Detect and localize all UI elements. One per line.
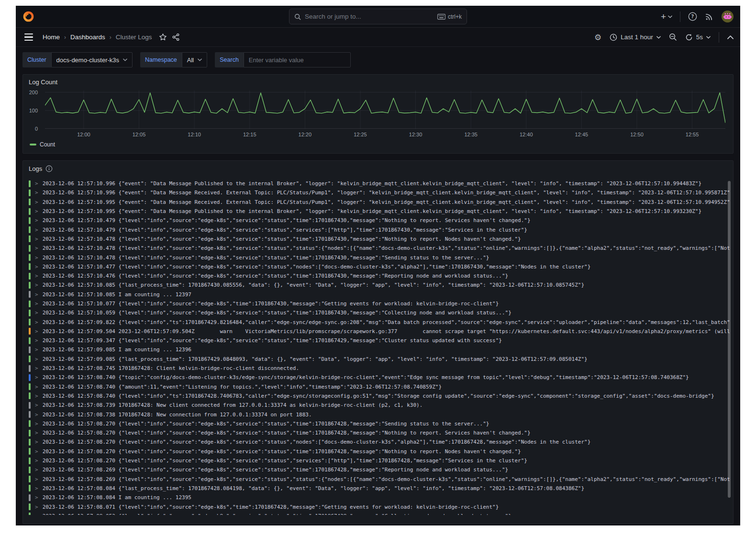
log-row[interactable]: > 2023-12-06 12:57:10.085 I am counting … [29,290,730,299]
info-icon[interactable] [45,165,53,172]
expand-chevron-icon[interactable]: > [35,374,38,380]
log-row[interactable]: > 2023-12-06 12:57:08.269 {"level":"info… [29,475,730,484]
expand-chevron-icon[interactable]: > [35,337,38,344]
log-row[interactable]: > 2023-12-06 12:57:10.996 {"event": "Dat… [29,179,730,188]
log-row[interactable]: > 2023-12-06 12:57:09.085 I am counting … [29,345,730,354]
log-row[interactable]: > 2023-12-06 12:57:08.270 {"level":"info… [29,456,730,465]
log-row[interactable]: > 2023-12-06 12:57:08.084 I am counting … [29,493,730,502]
help-icon[interactable]: ? [688,12,697,21]
log-row[interactable]: > 2023-12-06 12:57:10.479 {"level":"info… [29,216,730,225]
legend-item-count[interactable]: Count [23,140,55,148]
expand-chevron-icon[interactable]: > [35,346,38,353]
log-row[interactable]: > 2023-12-06 12:57:08.270 {"level":"info… [29,428,730,437]
log-row[interactable]: > 2023-12-06 12:57:10.995 {"event": "Dat… [29,198,730,207]
log-row[interactable]: > 2023-12-06 12:57:10.059 {"level":"info… [29,308,730,317]
chart-plot-area [45,90,725,129]
expand-chevron-icon[interactable]: > [35,448,38,455]
search-input[interactable]: Search or jump to... ctrl+k [289,9,467,24]
expand-chevron-icon[interactable]: > [35,199,38,205]
expand-chevron-icon[interactable]: > [35,494,38,501]
expand-chevron-icon[interactable]: > [35,513,38,515]
grafana-logo[interactable] [22,11,34,22]
expand-chevron-icon[interactable]: > [35,421,38,427]
expand-chevron-icon[interactable]: > [35,365,38,371]
breadcrumb-dashboards[interactable]: Dashboards [70,34,105,41]
log-row[interactable]: > 2023-12-06 12:57:08.738 1701867428: Ne… [29,410,730,419]
share-icon[interactable] [172,33,180,41]
expand-chevron-icon[interactable]: > [35,319,38,325]
user-avatar[interactable] [722,11,734,22]
expand-chevron-icon[interactable]: > [35,255,38,261]
expand-chevron-icon[interactable]: > [35,328,38,335]
expand-chevron-icon[interactable]: > [35,264,38,270]
expand-chevron-icon[interactable]: > [35,476,38,482]
expand-chevron-icon[interactable]: > [35,439,38,445]
expand-chevron-icon[interactable]: > [35,245,38,251]
log-row[interactable]: > 2023-12-06 12:57:10.479 {"level":"info… [29,225,730,234]
expand-chevron-icon[interactable]: > [35,301,38,307]
settings-gear-icon[interactable]: ⚙ [594,33,601,42]
log-row[interactable]: > 2023-12-06 12:57:08.745 1701867428: Cl… [29,364,730,373]
expand-chevron-icon[interactable]: > [35,236,38,242]
collapse-up-icon[interactable] [727,35,734,39]
log-row[interactable]: > 2023-12-06 12:57:10.995 {"event": "Dat… [29,207,730,216]
breadcrumb-home[interactable]: Home [43,34,60,41]
log-row[interactable]: > 2023-12-06 12:57:08.739 1701867428: Ne… [29,401,730,410]
log-row[interactable]: > 2023-12-06 12:57:10.478 {"level":"info… [29,253,730,262]
expand-chevron-icon[interactable]: > [35,393,38,399]
log-row[interactable]: > 2023-12-06 12:57:10.476 {"level":"info… [29,271,730,280]
logs-scrollbar[interactable] [728,181,731,498]
time-range-picker[interactable]: Last 1 hour [610,34,661,41]
expand-chevron-icon[interactable]: > [35,282,38,288]
log-row[interactable]: > 2023-12-06 12:57:09.347 {"level":"info… [29,336,730,345]
log-row[interactable]: > 2023-12-06 12:57:10.996 {"event": "Dat… [29,188,730,197]
expand-chevron-icon[interactable]: > [35,504,38,510]
log-row[interactable]: > 2023-12-06 12:57:08.084 {"last_process… [29,484,730,493]
log-row[interactable]: > 2023-12-06 12:57:10.478 {"level":"info… [29,234,730,244]
log-row[interactable]: > 2023-12-06 12:57:08.052 {"level":"info… [29,512,730,515]
log-row[interactable]: > 2023-12-06 12:57:08.270 {"level":"info… [29,447,730,456]
variable-search-input[interactable] [244,52,351,67]
log-row[interactable]: > 2023-12-06 12:57:08.270 {"level":"info… [29,437,730,447]
expand-chevron-icon[interactable]: > [35,227,38,233]
variable-cluster-select[interactable]: docs-demo-cluster-k3s [51,52,133,67]
news-icon[interactable] [705,12,714,21]
menu-icon[interactable] [22,32,35,43]
expand-chevron-icon[interactable]: > [35,217,38,223]
log-row[interactable]: > 2023-12-06 12:57:08.270 {"level":"info… [29,419,730,428]
expand-chevron-icon[interactable]: > [35,412,38,418]
log-row[interactable]: > 2023-12-06 12:57:09.504 2023-12-06T12:… [29,327,730,336]
new-menu-button[interactable]: + [661,12,672,21]
zoom-out-icon[interactable] [669,33,677,41]
expand-chevron-icon[interactable]: > [35,458,38,464]
favorite-star-icon[interactable] [159,33,167,41]
expand-chevron-icon[interactable]: > [35,467,38,473]
log-row[interactable]: > 2023-12-06 12:57:08.740 {"level":"info… [29,391,730,401]
expand-chevron-icon[interactable]: > [35,190,38,196]
plus-icon: + [661,12,666,21]
expand-chevron-icon[interactable]: > [35,310,38,316]
expand-chevron-icon[interactable]: > [35,430,38,436]
expand-chevron-icon[interactable]: > [35,291,38,298]
expand-chevron-icon[interactable]: > [35,384,38,390]
log-row[interactable]: > 2023-12-06 12:57:10.077 {"level":"info… [29,299,730,308]
log-row[interactable]: > 2023-12-06 12:57:08.071 {"level":"info… [29,502,730,511]
refresh-picker[interactable]: 5s [685,34,711,41]
expand-chevron-icon[interactable]: > [35,356,38,362]
log-line-text: 2023-12-06 12:57:10.995 {"event": "Data … [43,208,702,214]
log-line-text: 2023-12-06 12:57:09.504 2023-12-06T12:57… [43,328,730,335]
log-row[interactable]: > 2023-12-06 12:57:08.269 {"level":"info… [29,465,730,474]
log-row[interactable]: > 2023-12-06 12:57:10.085 {"last_process… [29,280,730,290]
log-row[interactable]: > 2023-12-06 12:57:10.477 {"level":"info… [29,262,730,271]
expand-chevron-icon[interactable]: > [35,180,38,187]
variable-namespace-select[interactable]: All [182,52,207,67]
log-row[interactable]: > 2023-12-06 12:57:09.085 {"last_process… [29,355,730,364]
expand-chevron-icon[interactable]: > [35,402,38,408]
log-row[interactable]: > 2023-12-06 12:57:10.478 {"level":"info… [29,244,730,253]
expand-chevron-icon[interactable]: > [35,485,38,491]
log-row[interactable]: > 2023-12-06 12:57:09.822 {"level":"info… [29,317,730,326]
log-row[interactable]: > 2023-12-06 12:57:08.740 {"topic":"conf… [29,373,730,382]
log-row[interactable]: > 2023-12-06 12:57:08.740 {"amount":11,"… [29,382,730,391]
expand-chevron-icon[interactable]: > [35,273,38,279]
expand-chevron-icon[interactable]: > [35,208,38,214]
